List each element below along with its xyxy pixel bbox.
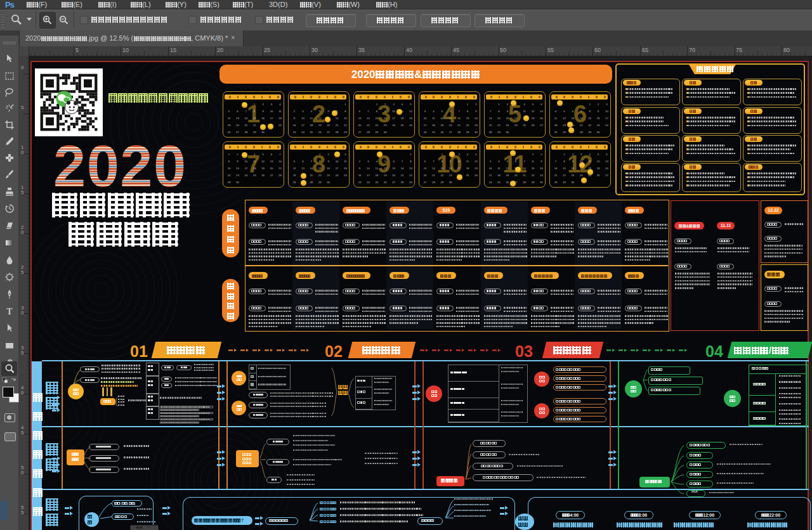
svg-text:T: T xyxy=(6,307,13,316)
